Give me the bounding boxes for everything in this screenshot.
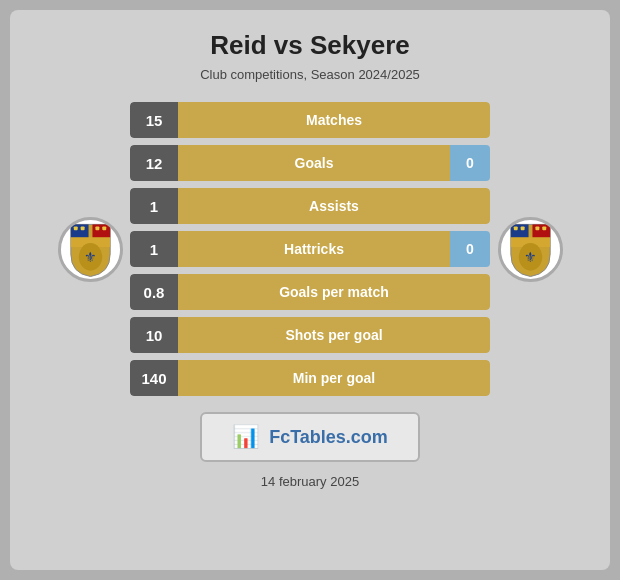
page-subtitle: Club competitions, Season 2024/2025 [200,67,420,82]
svg-rect-5 [95,226,99,230]
stats-column: 15Matches12Goals01Assists1Hattricks00.8G… [130,102,490,396]
svg-rect-15 [542,226,546,230]
svg-rect-4 [80,226,84,230]
stat-label-goals: Goals [178,145,450,181]
svg-rect-13 [520,226,524,230]
svg-rect-1 [70,224,88,237]
stat-label-min-per-goal: Min per goal [178,360,490,396]
stat-number-hattricks: 1 [130,231,178,267]
svg-rect-2 [92,224,110,237]
content-row: ⚜ 15Matches12Goals01Assists1Hattricks00.… [20,102,600,396]
fctables-icon: 📊 [232,424,259,450]
right-crest: ⚜ [498,217,563,282]
stat-row-goals: 12Goals0 [130,145,490,181]
stat-label-hattricks: Hattricks [178,231,450,267]
stat-label-assists: Assists [178,188,490,224]
fctables-text: FcTables.com [269,427,388,448]
svg-rect-6 [102,226,106,230]
stat-number-min-per-goal: 140 [130,360,178,396]
svg-rect-10 [510,224,528,237]
stat-row-assists: 1Assists [130,188,490,224]
stat-row-shots-per-goal: 10Shots per goal [130,317,490,353]
stat-right-hattricks: 0 [450,231,490,267]
footer-date: 14 february 2025 [261,474,359,489]
stat-number-shots-per-goal: 10 [130,317,178,353]
stat-row-matches: 15Matches [130,102,490,138]
page-title: Reid vs Sekyere [210,30,409,61]
stat-label-shots-per-goal: Shots per goal [178,317,490,353]
svg-text:⚜: ⚜ [84,250,97,265]
stat-row-goals-per-match: 0.8Goals per match [130,274,490,310]
main-card: Reid vs Sekyere Club competitions, Seaso… [10,10,610,570]
svg-rect-11 [532,224,550,237]
logo-right: ⚜ [490,217,570,282]
left-crest: ⚜ [58,217,123,282]
stat-number-matches: 15 [130,102,178,138]
stat-row-min-per-goal: 140Min per goal [130,360,490,396]
stat-number-goals-per-match: 0.8 [130,274,178,310]
stat-row-hattricks: 1Hattricks0 [130,231,490,267]
stat-number-assists: 1 [130,188,178,224]
stat-label-matches: Matches [178,102,490,138]
stat-label-goals-per-match: Goals per match [178,274,490,310]
stat-right-goals: 0 [450,145,490,181]
svg-rect-3 [73,226,77,230]
svg-rect-14 [535,226,539,230]
logo-left: ⚜ [50,217,130,282]
svg-text:⚜: ⚜ [524,250,537,265]
svg-rect-12 [513,226,517,230]
fctables-banner: 📊 FcTables.com [200,412,420,462]
stat-number-goals: 12 [130,145,178,181]
